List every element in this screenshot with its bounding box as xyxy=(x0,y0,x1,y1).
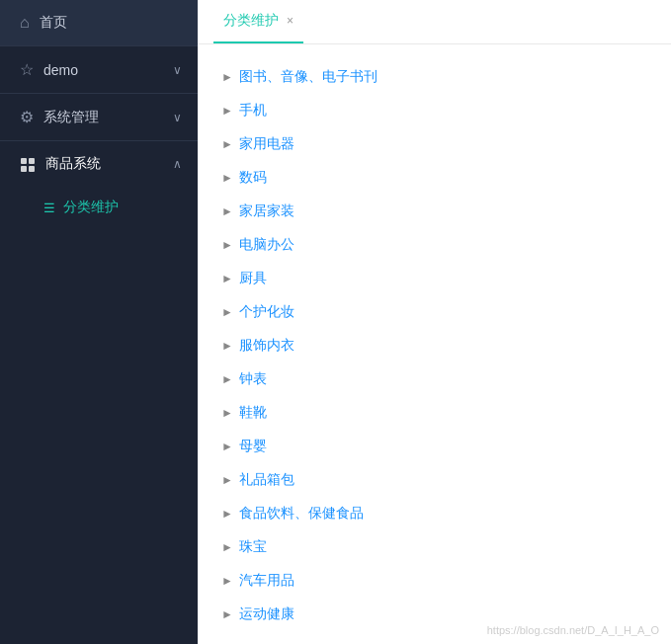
svg-rect-0 xyxy=(21,158,27,164)
cat-arrow-icon: ► xyxy=(221,574,233,588)
cat-arrow-icon: ► xyxy=(221,305,233,319)
cat-arrow-icon: ► xyxy=(221,339,233,353)
svg-rect-2 xyxy=(21,166,27,172)
sidebar-item-goods[interactable]: 商品系统 ∧ xyxy=(0,141,198,187)
cat-arrow-icon: ► xyxy=(221,204,233,218)
list-icon: ☰ xyxy=(43,201,55,215)
sidebar-system-label: 系统管理 xyxy=(43,109,99,126)
sidebar: ⌂ 首页 ☆ demo ∨ ⚙ 系统管理 ∨ 商品系统 ∧ ☰ 分类维护 xyxy=(0,0,198,644)
category-item[interactable]: ►珠宝 xyxy=(217,530,651,564)
category-item[interactable]: ►钟表 xyxy=(217,362,651,396)
cat-arrow-icon: ► xyxy=(221,272,233,285)
sidebar-item-home[interactable]: ⌂ 首页 xyxy=(0,0,198,45)
sidebar-item-demo[interactable]: ☆ demo ∨ xyxy=(0,46,198,93)
main-content: 分类维护 × ►图书、音像、电子书刊►手机►家用电器►数码►家居家装►电脑办公►… xyxy=(198,0,671,644)
tab-category-label: 分类维护 xyxy=(223,12,279,30)
tab-category[interactable]: 分类维护 × xyxy=(213,0,303,43)
star-icon: ☆ xyxy=(20,60,34,79)
cat-arrow-icon: ► xyxy=(221,104,233,118)
category-item[interactable]: ►食品饮料、保健食品 xyxy=(217,497,651,530)
category-list: ►图书、音像、电子书刊►手机►家用电器►数码►家居家装►电脑办公►厨具►个护化妆… xyxy=(198,44,671,620)
category-item[interactable]: ►礼品箱包 xyxy=(217,463,651,497)
category-item[interactable]: ►家居家装 xyxy=(217,195,651,228)
goods-arrow-icon: ∧ xyxy=(173,157,182,171)
goods-icon xyxy=(20,155,36,173)
sidebar-item-system[interactable]: ⚙ 系统管理 ∨ xyxy=(0,94,198,140)
gear-icon: ⚙ xyxy=(20,108,34,126)
svg-rect-1 xyxy=(29,158,35,164)
category-item[interactable]: ►个护化妆 xyxy=(217,295,651,329)
category-item[interactable]: ►图书、音像、电子书刊 xyxy=(217,60,651,94)
category-item[interactable]: ►数码 xyxy=(217,161,651,195)
cat-arrow-icon: ► xyxy=(221,440,233,453)
sidebar-category-label: 分类维护 xyxy=(63,199,119,216)
category-item[interactable]: ►家用电器 xyxy=(217,127,651,161)
cat-arrow-icon: ► xyxy=(221,406,233,420)
svg-rect-3 xyxy=(29,166,35,172)
demo-arrow-icon: ∨ xyxy=(173,63,182,77)
tab-bar: 分类维护 × xyxy=(198,0,671,44)
sidebar-demo-label: demo xyxy=(43,62,78,78)
category-item[interactable]: ►母婴 xyxy=(217,430,651,463)
cat-arrow-icon: ► xyxy=(221,238,233,252)
cat-arrow-icon: ► xyxy=(221,137,233,151)
category-item[interactable]: ►电脑办公 xyxy=(217,228,651,262)
sidebar-subitem-category[interactable]: ☰ 分类维护 xyxy=(0,187,198,228)
cat-arrow-icon: ► xyxy=(221,473,233,487)
cat-arrow-icon: ► xyxy=(221,507,233,521)
sidebar-goods-label: 商品系统 xyxy=(45,155,101,173)
cat-arrow-icon: ► xyxy=(221,372,233,386)
home-icon: ⌂ xyxy=(20,14,30,32)
category-item[interactable]: ►厨具 xyxy=(217,262,651,295)
category-item[interactable]: ►手机 xyxy=(217,94,651,127)
watermark: https://blog.csdn.net/D_A_I_H_A_O xyxy=(198,620,671,644)
cat-arrow-icon: ► xyxy=(221,540,233,554)
sidebar-home-label: 首页 xyxy=(40,14,67,32)
category-item[interactable]: ►服饰内衣 xyxy=(217,329,651,362)
cat-arrow-icon: ► xyxy=(221,171,233,185)
category-item[interactable]: ►鞋靴 xyxy=(217,396,651,430)
category-item[interactable]: ►汽车用品 xyxy=(217,564,651,598)
cat-arrow-icon: ► xyxy=(221,70,233,84)
system-arrow-icon: ∨ xyxy=(173,111,182,124)
category-item[interactable]: ►运动健康 xyxy=(217,598,651,620)
tab-close-icon[interactable]: × xyxy=(287,14,294,28)
cat-arrow-icon: ► xyxy=(221,607,233,620)
